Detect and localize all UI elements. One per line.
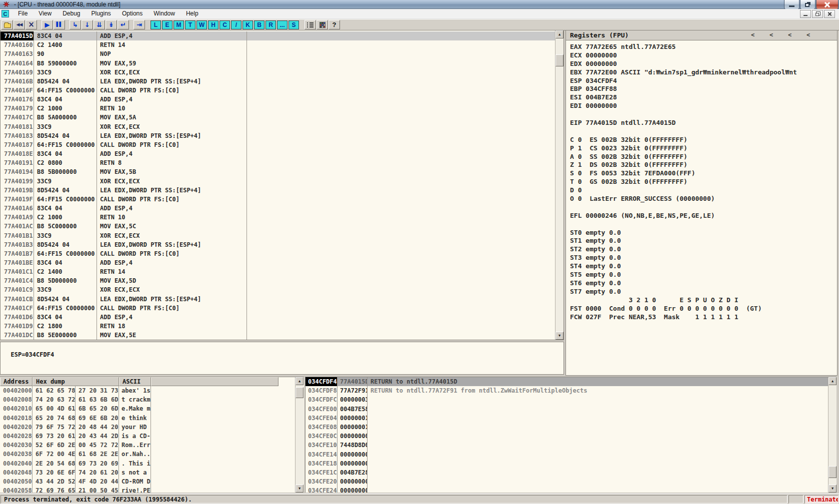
- disasm-row[interactable]: 77A40160C2 1400RETN 14: [0, 40, 564, 49]
- animate-into-button[interactable]: ⇊: [94, 20, 105, 29]
- disasm-row[interactable]: 77A401BE83C4 04ADD ESP,4: [0, 258, 564, 267]
- register-line[interactable]: ST4 empty 0.0: [566, 262, 837, 271]
- info-pane[interactable]: ESP=034CFDF4: [0, 342, 564, 375]
- stack-row[interactable]: 034CFDF477A4015DRETURN to ntdll.77A4015D: [306, 377, 836, 386]
- disasm-row[interactable]: 77A401B38D5424 04LEA EDX,DWORD PTR SS:[E…: [0, 240, 564, 249]
- register-line[interactable]: P 1 CS 0023 32bit 0(FFFFFFFF): [566, 144, 837, 153]
- register-line[interactable]: ST6 empty 0.0: [566, 279, 837, 288]
- register-line[interactable]: 3 2 1 0 E S P U O Z D I: [566, 296, 837, 305]
- menu-file[interactable]: File: [12, 9, 33, 18]
- scroll-thumb[interactable]: [296, 387, 304, 398]
- disasm-row[interactable]: 77A401A683C4 04ADD ESP,4: [0, 204, 564, 213]
- scroll-thumb[interactable]: [556, 54, 564, 66]
- help-button[interactable]: ?: [328, 20, 340, 29]
- register-line[interactable]: A 0 SS 002B 32bit 0(FFFFFFFF): [566, 153, 837, 161]
- title-bar[interactable]: - [CPU - thread 00000F48, module ntdll]: [0, 0, 839, 9]
- mdi-minimize-button[interactable]: [800, 10, 811, 18]
- register-line[interactable]: [566, 127, 837, 136]
- disasm-row[interactable]: 77A4018764:FF15 C0000000CALL DWORD PTR F…: [0, 140, 564, 149]
- register-line[interactable]: ST1 empty 0.0: [566, 237, 837, 245]
- disasm-row[interactable]: 77A4019933C9XOR ECX,ECX: [0, 177, 564, 186]
- view-run-trace-button[interactable]: ...: [277, 20, 288, 29]
- dump-scrollbar[interactable]: ▲ ▼: [295, 377, 304, 493]
- disasm-row[interactable]: 77A401B133C9XOR ECX,ECX: [0, 231, 564, 240]
- view-handles-button[interactable]: H: [208, 20, 218, 29]
- disasm-row[interactable]: 77A4017683C4 04ADD ESP,4: [0, 95, 564, 104]
- menu-debug[interactable]: Debug: [57, 9, 86, 18]
- register-line[interactable]: FST 0000 Cond 0 0 0 0 Err 0 0 0 0 0 0 0 …: [566, 305, 837, 313]
- stack-row[interactable]: 034CFE0400000001: [306, 414, 836, 423]
- disasm-row[interactable]: 77A401B764:FF15 C0000000CALL DWORD PTR F…: [0, 249, 564, 258]
- scroll-down-button[interactable]: ▼: [296, 485, 304, 493]
- register-line[interactable]: EDX 00000000: [566, 60, 837, 68]
- dump-row[interactable]: 004020402E 20 54 6869 73 20 69. This i: [0, 459, 304, 468]
- close-button[interactable]: [816, 0, 838, 9]
- disasm-row[interactable]: 77A401CB8D5424 04LEA EDX,DWORD PTR SS:[E…: [0, 295, 564, 304]
- register-line[interactable]: ST0 empty 0.0: [566, 229, 837, 237]
- disasm-row[interactable]: 77A4016F64:FF15 C0000000CALL DWORD PTR F…: [0, 86, 564, 95]
- stack-row[interactable]: 034CFE2400000000: [306, 486, 836, 493]
- register-line[interactable]: EDI 00000000: [566, 102, 837, 110]
- dump-row[interactable]: 0040203052 6F 6D 2E00 45 72 72Rom..Err: [0, 441, 304, 450]
- register-line[interactable]: S 0 FS 0053 32bit 7EFDA000(FFF): [566, 169, 837, 178]
- register-line[interactable]: Z 1 DS 002B 32bit 0(FFFFFFFF): [566, 161, 837, 169]
- view-memory-map-button[interactable]: M: [174, 20, 184, 29]
- register-line[interactable]: EIP 77A4015D ntdll.77A4015D: [566, 119, 837, 127]
- restore-button[interactable]: [800, 0, 816, 9]
- memory-dump-pane[interactable]: AddressHex dumpASCII 0040200061 62 65 78…: [0, 377, 304, 493]
- disasm-row[interactable]: 77A40164B8 59000000MOV EAX,59: [0, 58, 564, 67]
- minimize-button[interactable]: [784, 0, 800, 9]
- stack-row[interactable]: 034CFE0800000001: [306, 423, 836, 432]
- disasm-row[interactable]: 77A401A9C2 1000RETN 10: [0, 213, 564, 222]
- panel-collapse-arrow[interactable]: <: [770, 31, 788, 38]
- register-line[interactable]: [566, 203, 837, 212]
- register-line[interactable]: T 0 GS 002B 32bit 0(FFFFFFFF): [566, 178, 837, 186]
- menu-window[interactable]: Window: [148, 9, 180, 18]
- register-line[interactable]: EBP 034CFF88: [566, 85, 837, 93]
- stack-row[interactable]: 034CFDF877A72F91RETURN to ntdll.77A72F91…: [306, 386, 836, 395]
- stack-row[interactable]: 034CFE1C004B7E28: [306, 468, 836, 477]
- view-executables-button[interactable]: E: [162, 20, 172, 29]
- register-line[interactable]: D 0: [566, 186, 837, 195]
- disasm-row[interactable]: 77A4015D83C4 04ADD ESP,4: [0, 31, 564, 40]
- register-line[interactable]: ESI 004B7E28: [566, 93, 837, 102]
- dump-row[interactable]: 004020386F 72 00 4E61 68 2E 2Eor.Nah..: [0, 450, 304, 459]
- view-source-button[interactable]: S: [288, 20, 299, 29]
- dump-row[interactable]: 0040200061 62 65 7827 20 31 73abex' 1s: [0, 386, 304, 395]
- mdi-close-button[interactable]: [824, 10, 835, 18]
- stack-scrollbar[interactable]: ▲ ▼: [828, 377, 836, 493]
- step-over-button[interactable]: ↓: [82, 20, 93, 29]
- disasm-row[interactable]: 77A40179C2 1000RETN 10: [0, 104, 564, 113]
- dump-row[interactable]: 0040200874 20 63 7261 63 6B 6Dt crackm: [0, 395, 304, 404]
- scroll-down-button[interactable]: ▼: [556, 332, 564, 340]
- register-line[interactable]: FCW 027F Prec NEAR,53 Mask 1 1 1 1 1 1: [566, 313, 837, 322]
- panel-collapse-arrow[interactable]: <: [751, 31, 770, 38]
- dump-row[interactable]: 0040201865 20 74 6869 6E 6B 20e think: [0, 414, 304, 423]
- menu-plugins[interactable]: Plugins: [86, 9, 116, 18]
- animate-over-button[interactable]: ↡: [106, 20, 117, 29]
- register-line[interactable]: C 0 ES 002B 32bit 0(FFFFFFFF): [566, 136, 837, 144]
- dump-row[interactable]: 0040204873 20 6E 6F74 20 61 20s not a: [0, 468, 304, 477]
- stack-row[interactable]: 034CFE1800000000: [306, 459, 836, 468]
- menu-view[interactable]: View: [33, 9, 57, 18]
- windows-list-button[interactable]: [304, 20, 316, 29]
- appearance-button[interactable]: [316, 20, 328, 29]
- disasm-row[interactable]: 77A4018133C9XOR ECX,ECX: [0, 122, 564, 131]
- stack-row[interactable]: 034CFE0C00000000: [306, 432, 836, 441]
- register-line[interactable]: [566, 110, 837, 119]
- view-threads-button[interactable]: T: [185, 20, 196, 29]
- register-line[interactable]: EAX 77A72E65 ntdll.77A72E65: [566, 43, 837, 51]
- disasm-row[interactable]: 77A401CF64:FF15 C0000000CALL DWORD PTR F…: [0, 304, 564, 313]
- disasm-row[interactable]: 77A401D683C4 04ADD ESP,4: [0, 313, 564, 322]
- execute-till-return-button[interactable]: ↵: [118, 20, 129, 29]
- disasm-row[interactable]: 77A401D9C2 1800RETN 18: [0, 322, 564, 331]
- mdi-restore-button[interactable]: [812, 10, 823, 18]
- stack-pane[interactable]: 034CFDF477A4015DRETURN to ntdll.77A4015D…: [305, 377, 836, 493]
- disasm-row[interactable]: 77A4018E83C4 04ADD ESP,4: [0, 149, 564, 158]
- disasm-row[interactable]: 77A4019F64:FF15 C0000000CALL DWORD PTR F…: [0, 195, 564, 204]
- restart-button[interactable]: ◀◀: [14, 20, 25, 29]
- register-line[interactable]: ST7 empty 0.0: [566, 288, 837, 296]
- stack-row[interactable]: 034CFE2000000000: [306, 477, 836, 486]
- register-line[interactable]: ESP 034CFDF4: [566, 77, 837, 85]
- scroll-up-button[interactable]: ▲: [296, 377, 304, 385]
